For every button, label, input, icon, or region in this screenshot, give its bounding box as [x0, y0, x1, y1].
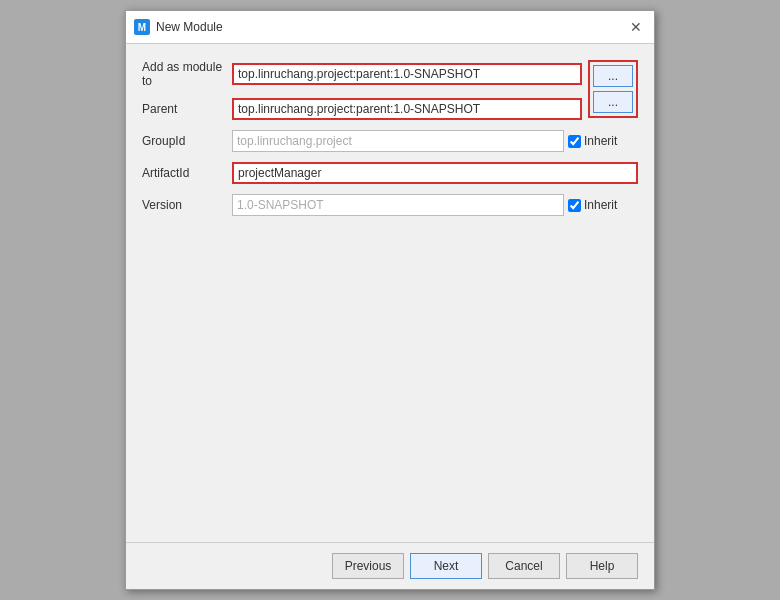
add-as-module-row: Add as module to	[142, 60, 582, 88]
top-section: Add as module to Parent ... ...	[142, 60, 638, 130]
new-module-dialog: M New Module ✕ Add as module to Parent	[125, 10, 655, 590]
version-row: Version Inherit	[142, 194, 638, 216]
help-button[interactable]: Help	[566, 553, 638, 579]
version-label: Version	[142, 198, 232, 212]
dialog-icon: M	[134, 19, 150, 35]
version-input[interactable]	[232, 194, 564, 216]
artifact-id-row: ArtifactId	[142, 162, 638, 184]
add-as-module-input-area	[232, 63, 582, 85]
group-id-inherit-area: Inherit	[568, 134, 638, 148]
group-id-input[interactable]	[232, 130, 564, 152]
dialog-footer: Previous Next Cancel Help	[126, 542, 654, 589]
parent-row: Parent	[142, 98, 582, 120]
parent-input-area	[232, 98, 582, 120]
add-module-browse-button[interactable]: ...	[593, 65, 633, 87]
browse-buttons-group: ... ...	[588, 60, 638, 118]
group-id-label: GroupId	[142, 134, 232, 148]
artifact-id-input[interactable]	[232, 162, 638, 184]
add-as-module-input[interactable]	[232, 63, 582, 85]
next-button[interactable]: Next	[410, 553, 482, 579]
version-inherit-label: Inherit	[584, 198, 617, 212]
title-bar: M New Module ✕	[126, 11, 654, 44]
dialog-title: New Module	[156, 20, 223, 34]
add-as-module-label: Add as module to	[142, 60, 232, 88]
artifact-id-label: ArtifactId	[142, 166, 232, 180]
top-form: Add as module to Parent	[142, 60, 582, 130]
title-bar-left: M New Module	[134, 19, 223, 35]
group-id-row: GroupId Inherit	[142, 130, 638, 152]
cancel-button[interactable]: Cancel	[488, 553, 560, 579]
parent-label: Parent	[142, 102, 232, 116]
artifact-id-input-area	[232, 162, 638, 184]
parent-browse-button[interactable]: ...	[593, 91, 633, 113]
version-inherit-area: Inherit	[568, 198, 638, 212]
previous-button[interactable]: Previous	[332, 553, 404, 579]
spacer	[142, 226, 638, 526]
group-id-inherit-label: Inherit	[584, 134, 617, 148]
group-id-input-area: Inherit	[232, 130, 638, 152]
dialog-body: Add as module to Parent ... ...	[126, 44, 654, 542]
close-button[interactable]: ✕	[626, 17, 646, 37]
parent-input[interactable]	[232, 98, 582, 120]
version-input-area: Inherit	[232, 194, 638, 216]
version-inherit-checkbox[interactable]	[568, 199, 581, 212]
group-id-inherit-checkbox[interactable]	[568, 135, 581, 148]
